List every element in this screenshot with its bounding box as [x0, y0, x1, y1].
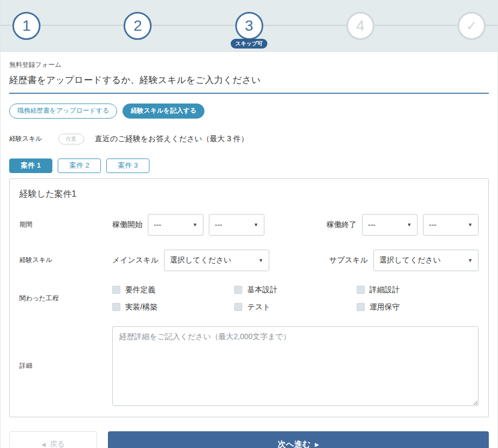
chevron-down-icon: ▼	[407, 222, 412, 228]
sub-skill-label: サブスキル	[329, 256, 368, 265]
skills-row: 経験スキル メインスキル 選択してください ▼ サブスキル 選択してください	[19, 250, 479, 271]
step-complete-check-icon: ✓	[458, 12, 486, 40]
process-option-basic-design: 基本設計	[234, 285, 356, 295]
chevron-down-icon: ▼	[254, 222, 258, 228]
progress-stepper: 1 2 3 スキップ可 4 ✓	[1, 0, 497, 52]
back-arrow-icon: ◀	[42, 442, 46, 447]
skill-section-hint: 直近のご経験をお答えください（最大 3 件）	[95, 134, 249, 144]
upload-resume-button[interactable]: 職務経歴書をアップロードする	[9, 104, 117, 119]
test-checkbox[interactable]	[234, 303, 242, 311]
detail-design-checkbox[interactable]	[357, 286, 365, 294]
start-date-label: 稼働開始	[112, 220, 142, 230]
step-2-circle: 2	[124, 12, 152, 40]
implementation-checkbox[interactable]	[112, 303, 120, 311]
process-option-detail-design: 詳細設計	[357, 285, 479, 295]
step-1: 1	[12, 12, 40, 40]
detail-row-label: 詳細	[19, 361, 112, 370]
process-option-test: テスト	[234, 302, 356, 312]
chevron-down-icon: ▼	[468, 258, 473, 263]
skills-row-label: 経験スキル	[19, 256, 112, 265]
maintenance-checkbox[interactable]	[357, 303, 365, 311]
period-label: 期間	[19, 220, 112, 229]
start-month-select[interactable]: --- ▼	[209, 214, 264, 236]
optional-badge: 任意	[58, 134, 84, 144]
chevron-down-icon: ▼	[193, 222, 197, 228]
end-date-label: 稼働終了	[326, 220, 357, 230]
requirements-checkbox[interactable]	[112, 286, 120, 294]
sub-skill-select[interactable]: 選択してください ▼	[373, 250, 479, 271]
end-year-select[interactable]: --- ▼	[362, 214, 418, 236]
basic-design-checkbox[interactable]	[234, 286, 242, 294]
back-button-label: 戻る	[50, 439, 65, 448]
end-year-value: ---	[368, 220, 376, 229]
main-skill-label: メインスキル	[112, 256, 159, 265]
end-month-select[interactable]: --- ▼	[423, 214, 479, 236]
process-row: 関わった工程 要件定義 基本設計 詳細設計	[19, 285, 479, 312]
form-content: 無料登録フォーム 経歴書をアップロードするか、経験スキルをご入力ください 職務経…	[1, 52, 497, 448]
process-option-implementation: 実装/構築	[112, 302, 234, 312]
skippable-badge: スキップ可	[230, 39, 268, 49]
form-subtitle: 無料登録フォーム	[9, 60, 489, 70]
next-arrow-icon: ▶	[315, 442, 319, 447]
chevron-down-icon: ▼	[258, 258, 263, 263]
step-4-circle: 4	[346, 12, 374, 40]
step-2: 2	[124, 12, 152, 40]
input-mode-switch: 職務経歴書をアップロードする 経験スキルを記入する	[9, 104, 489, 119]
detail-row: 詳細	[19, 326, 479, 406]
form-footer: ◀ 戻る 次へ進む ▶	[9, 431, 489, 448]
process-option-maintenance: 運用保守	[357, 302, 479, 312]
case-1-panel: 経験した案件1 期間 稼働開始 --- ▼ --- ▼	[9, 178, 489, 417]
panel-title: 経験した案件1	[19, 189, 479, 200]
next-button-label: 次へ進む	[278, 439, 311, 448]
skill-section-label: 経験スキル	[9, 134, 42, 143]
period-row: 期間 稼働開始 --- ▼ --- ▼ 稼働終了	[19, 214, 479, 236]
page-title: 経歴書をアップロードするか、経験スキルをご入力ください	[9, 74, 489, 94]
sub-skill-value: 選択してください	[379, 256, 441, 265]
main-skill-select[interactable]: 選択してください ▼	[164, 250, 269, 271]
registration-form-page: 1 2 3 スキップ可 4 ✓ 無料登録フォーム 経歴書をアップロードするか、経…	[0, 0, 498, 448]
step-3-active: 3 スキップ可	[235, 12, 263, 40]
step-3-circle: 3	[235, 12, 263, 40]
case-tabs: 案件 1 案件 2 案件 3	[9, 158, 489, 173]
detail-textarea[interactable]	[112, 326, 479, 406]
step-4: 4	[346, 12, 374, 40]
process-row-label: 関わった工程	[19, 294, 112, 303]
process-option-requirements: 要件定義	[112, 285, 234, 295]
start-month-value: ---	[215, 220, 222, 229]
end-month-value: ---	[429, 220, 436, 229]
enter-skills-button[interactable]: 経験スキルを記入する	[122, 104, 204, 119]
skill-section-header: 経験スキル 任意 直近のご経験をお答えください（最大 3 件）	[9, 134, 489, 144]
start-year-value: ---	[154, 220, 161, 229]
step-1-circle: 1	[12, 12, 40, 40]
chevron-down-icon: ▼	[468, 222, 473, 228]
next-button[interactable]: 次へ進む ▶	[108, 431, 489, 448]
main-skill-value: 選択してください	[170, 256, 231, 265]
step-5: ✓	[458, 12, 486, 40]
start-year-select[interactable]: --- ▼	[148, 214, 203, 236]
tab-case-1[interactable]: 案件 1	[9, 158, 52, 173]
tab-case-2[interactable]: 案件 2	[58, 158, 101, 173]
back-button[interactable]: ◀ 戻る	[9, 431, 97, 448]
tab-case-3[interactable]: 案件 3	[106, 158, 149, 173]
